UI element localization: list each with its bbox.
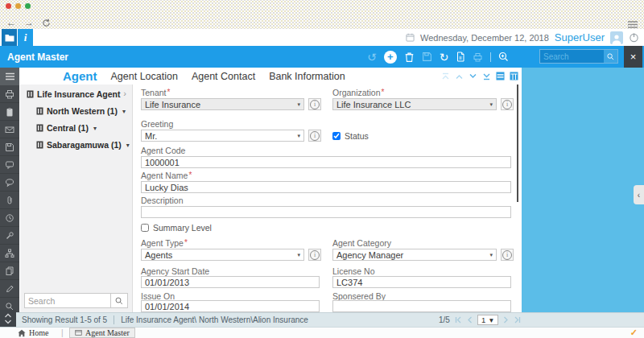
description-input[interactable] [141,206,511,218]
sponsered-by-input[interactable] [332,300,511,312]
sitemap-icon[interactable] [0,245,19,262]
issue-on-input[interactable] [141,300,320,312]
browser-menu-icon[interactable] [628,21,638,28]
summary-level-checkbox[interactable] [141,224,149,232]
tenant-label: Tenant* [141,88,170,97]
tenant-info-button[interactable]: i [308,98,321,110]
last-page-icon[interactable] [514,316,521,324]
envelope-icon[interactable] [0,121,19,138]
tab-bank-information[interactable]: Bank Information [269,71,345,82]
next-page-icon[interactable] [503,316,509,324]
tree-item-sabaragamuwa[interactable]: Sabaragamuwa (1) ▾ [36,140,130,150]
agent-name-input[interactable] [141,181,511,193]
license-no-input[interactable] [332,276,511,288]
agent-category-info-button[interactable]: i [501,249,514,261]
user-avatar[interactable] [610,31,623,44]
chat-bubble-icon[interactable] [0,174,19,192]
description-label: Description [141,196,184,205]
sidebar-scroll-control[interactable] [0,310,16,327]
save-disk-icon[interactable] [0,138,19,156]
minimize-window-button[interactable] [15,3,21,9]
chevron-down-icon: ▾ [297,133,303,139]
panel-collapse-handle[interactable]: ‹ [634,185,644,204]
tab-agent[interactable]: Agent [63,69,97,83]
copy-icon[interactable] [0,262,19,280]
history-icon[interactable] [0,209,19,227]
toolbar-search-button[interactable] [604,50,617,63]
organization-select[interactable]: Life Insurance LLC▾ [332,98,497,110]
summary-level-label: Summary Level [153,223,212,233]
undo-icon[interactable]: ↺ [367,52,377,63]
advanced-search-icon[interactable] [498,52,509,62]
printer-icon[interactable] [0,85,19,103]
info-icon: i [502,100,512,109]
agent-type-info-button[interactable]: i [308,249,321,261]
tree-search [24,293,128,308]
module-title: Agent Master [7,46,68,68]
add-record-icon[interactable]: + [384,51,397,64]
window-controls [6,3,31,9]
tenant-select[interactable]: Life Insurance▾ [141,98,304,110]
close-module-button[interactable]: × [624,46,642,68]
page-select[interactable]: 1▾ [477,315,498,325]
greeting-select[interactable]: Mr.▾ [141,130,304,142]
clipboard-icon[interactable] [0,103,19,121]
agent-type-select[interactable]: Agents▾ [141,249,304,261]
taskbar-home[interactable]: Home [18,328,48,338]
scroll-to-top-icon[interactable] [441,72,450,80]
delete-icon[interactable] [404,52,415,63]
agent-category-select[interactable]: Agency Manager▾ [332,249,497,261]
tab-folder[interactable] [2,29,17,46]
panel-view-icon[interactable] [510,72,518,80]
tree-search-input[interactable] [25,294,110,307]
tree-search-button[interactable] [110,294,127,307]
username[interactable]: SuperUser [555,31,605,43]
tab-agent-contact[interactable]: Agent Contact [192,71,255,82]
home-icon [18,329,26,337]
organization-info-button[interactable]: i [501,98,514,110]
chevron-down-icon: ▾ [486,315,497,324]
tree-expand-chevron[interactable]: › [123,89,126,98]
back-arrow-icon[interactable]: ← [6,18,16,27]
close-window-button[interactable] [6,3,11,9]
tree-item-north-western[interactable]: North Western (1) ▾ [36,106,126,116]
maximize-window-button[interactable] [25,3,31,9]
greeting-info-button[interactable]: i [308,130,321,142]
export-document-icon[interactable] [456,52,465,62]
taskbar-tab-agent-master[interactable]: Agent Master [69,328,135,338]
tree-root-life-insurance-agent[interactable]: Life Insurance Agent [27,89,120,99]
print-icon[interactable] [473,52,483,62]
previous-page-icon[interactable] [467,316,473,324]
grid-view-icon[interactable] [496,72,505,80]
agency-start-date-input[interactable] [141,276,320,288]
toolbar-search-input[interactable] [540,50,604,63]
tree-item-central[interactable]: Central (1) ▾ [36,123,97,133]
tab-info[interactable]: i [18,29,33,46]
edit-pen-icon[interactable] [0,280,19,298]
logout-power-icon[interactable] [629,32,639,43]
chevron-down-icon: ▾ [489,252,496,258]
paperclip-icon[interactable] [0,192,19,209]
scroll-down-icon[interactable] [469,73,477,80]
first-page-icon[interactable] [455,316,462,324]
reload-icon[interactable] [42,19,51,27]
dropdown-caret-icon[interactable]: ▾ [122,108,126,115]
sidebar-menu-icon[interactable] [0,68,19,85]
agent-type-label: Agent Type* [141,238,188,248]
notification-check-icon[interactable]: ✓ [630,328,638,338]
dropdown-caret-icon[interactable]: ▾ [93,125,97,132]
status-checkbox[interactable] [332,132,341,140]
agent-code-input[interactable] [141,156,511,168]
tab-agent-location[interactable]: Agent Location [111,71,178,82]
wrench-icon[interactable] [0,227,19,245]
chevron-down-icon: ▾ [297,101,303,108]
scroll-to-bottom-icon[interactable] [482,72,491,80]
save-icon[interactable] [422,52,432,62]
refresh-icon[interactable]: ↻ [440,52,449,63]
forward-arrow-icon[interactable]: → [24,18,34,27]
agency-start-date-label: Agency Start Date [141,266,209,276]
comment-icon[interactable] [0,156,19,174]
dropdown-caret-icon[interactable]: ▾ [126,142,130,149]
scroll-up-icon[interactable] [455,73,464,80]
form-scrollbar[interactable] [517,84,518,202]
